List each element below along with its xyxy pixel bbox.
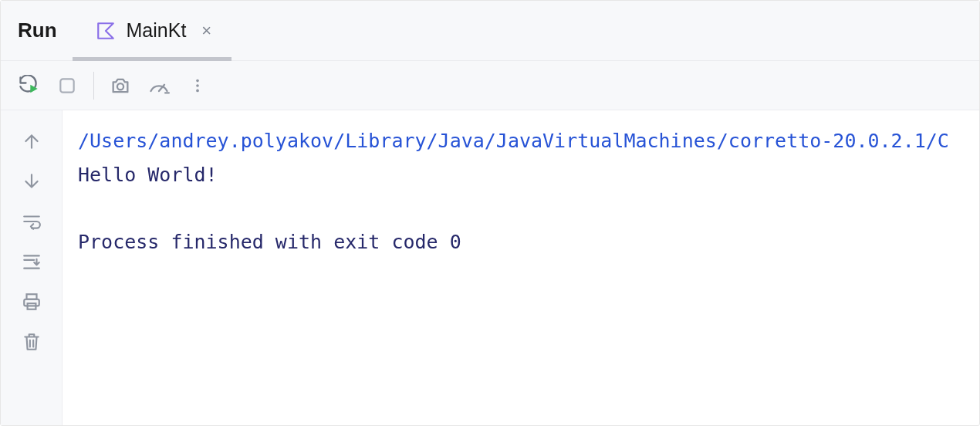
tab-underline [73, 57, 232, 61]
panel-title: Run [18, 19, 57, 42]
gauge-icon [148, 75, 170, 96]
scroll-end-icon [22, 252, 42, 272]
run-tab[interactable]: MainKt × [88, 1, 225, 60]
svg-rect-8 [24, 299, 39, 306]
run-tool-window: Run MainKt × [0, 0, 980, 426]
close-icon[interactable]: × [197, 21, 216, 41]
toolbar-separator [93, 72, 94, 100]
rerun-button[interactable] [12, 69, 46, 103]
run-body: /Users/andrey.polyakov/Library/Java/Java… [1, 110, 979, 425]
svg-point-1 [117, 83, 123, 90]
scroll-down-button[interactable] [15, 164, 49, 198]
scroll-up-button[interactable] [15, 124, 49, 158]
more-icon [189, 77, 206, 94]
performance-button[interactable] [142, 69, 176, 103]
arrow-down-icon [22, 171, 42, 191]
console-output[interactable]: /Users/andrey.polyakov/Library/Java/Java… [63, 110, 979, 425]
arrow-up-icon [22, 131, 42, 151]
clear-button[interactable] [15, 325, 49, 359]
stop-icon [57, 76, 77, 96]
svg-point-4 [196, 79, 199, 82]
console-gutter [1, 110, 63, 425]
tab-label: MainKt [127, 19, 187, 42]
console-status-line: Process finished with exit code 0 [78, 231, 461, 253]
trash-icon [22, 332, 42, 352]
run-header: Run MainKt × [1, 1, 979, 61]
svg-point-5 [196, 84, 199, 87]
camera-icon [110, 75, 131, 96]
soft-wrap-icon [22, 211, 42, 232]
screenshot-button[interactable] [103, 69, 137, 103]
console-cmd-line: /Users/andrey.polyakov/Library/Java/Java… [78, 130, 949, 152]
more-button[interactable] [181, 69, 215, 103]
print-icon [22, 292, 42, 312]
console-output-line: Hello World! [78, 164, 218, 186]
kotlin-icon [96, 21, 116, 41]
svg-point-6 [196, 89, 199, 92]
soft-wrap-button[interactable] [15, 205, 49, 238]
scroll-to-end-button[interactable] [15, 245, 49, 279]
svg-rect-0 [60, 79, 73, 92]
run-toolbar [1, 61, 979, 110]
rerun-icon [18, 75, 39, 96]
stop-button[interactable] [50, 69, 84, 103]
print-button[interactable] [15, 285, 49, 319]
